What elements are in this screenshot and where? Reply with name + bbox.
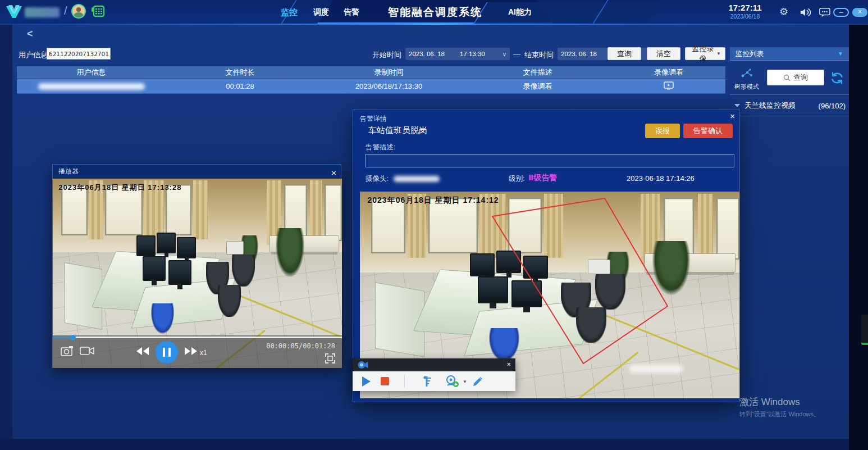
alarm-desc-label: 告警描述:	[366, 143, 395, 152]
right-edge-strip	[849, 25, 868, 450]
alarm-desc-input[interactable]	[366, 154, 734, 167]
record-type-value: 监控录像	[689, 44, 716, 64]
redacted-user-info	[38, 83, 145, 90]
cell-duration: 00:01:28	[166, 82, 314, 90]
col-duration: 文件时长	[166, 67, 314, 78]
brand-logo-icon	[6, 4, 22, 19]
snapshot-camera-icon[interactable]	[61, 346, 74, 357]
pencil-edit-icon[interactable]	[472, 375, 484, 388]
chevron-down-icon: ∨	[502, 51, 506, 57]
search-icon	[783, 74, 791, 81]
clock-time: 17:27:11	[723, 3, 767, 12]
rewind-icon[interactable]	[136, 347, 149, 356]
player-controls-bar: x1 00:00:05/00:01:28	[53, 335, 342, 368]
end-time-label: 结束时间	[524, 50, 554, 60]
clock-date: 2023/06/18	[723, 13, 767, 20]
search-button[interactable]: 查询	[607, 47, 641, 60]
settings-gear-icon[interactable]: ⚙	[779, 6, 788, 18]
player-close-icon[interactable]: ×	[331, 166, 336, 180]
tree-mode-label: 树形模式	[731, 83, 762, 91]
tab-monitor[interactable]: 监控	[281, 7, 298, 18]
webcam-dropdown-arrow-icon[interactable]: ▼	[463, 379, 467, 384]
tab-dispatch[interactable]: 调度	[313, 7, 329, 17]
cell-record-time: 2023/06/18/17:13:30	[314, 82, 463, 90]
alarm-info-row: 摄像头: 级别: Ⅱ级告警 2023-06-18 17:14:26	[353, 174, 739, 185]
record-stop-button[interactable]	[381, 377, 389, 385]
clear-button[interactable]: 清空	[647, 47, 680, 60]
monitor-list-header[interactable]: 监控列表 ▼	[730, 47, 849, 61]
record-play-button[interactable]	[362, 376, 371, 387]
end-date-value: 2023. 06. 18	[561, 51, 597, 57]
bottom-edge-strip	[0, 439, 849, 450]
player-osd-timestamp: 2023年06月18日 星期日 17:13:28	[58, 183, 181, 193]
alarm-dialog-close-icon[interactable]: ×	[730, 111, 735, 121]
player-title: 播放器	[58, 167, 79, 175]
back-button[interactable]: <	[27, 28, 33, 40]
redacted-camera-name	[394, 176, 440, 182]
pause-button[interactable]	[156, 341, 178, 363]
message-bubble-icon[interactable]	[819, 7, 831, 18]
progress-handle[interactable]	[70, 335, 76, 340]
refresh-icon[interactable]	[830, 71, 844, 85]
alarm-dialog-title: 告警详情	[360, 114, 387, 124]
top-header-bar: / 监控 调度 告警 智能融合调度系统 AI能力 17:27:11 2023/0…	[0, 0, 868, 25]
progress-bar[interactable]	[53, 337, 342, 338]
redacted-video-label	[629, 365, 683, 373]
dropdown-arrow-icon: ▼	[716, 51, 721, 56]
level-label: 级别:	[509, 174, 524, 184]
user-avatar[interactable]	[71, 4, 86, 19]
softphone-icon[interactable]	[90, 4, 106, 18]
camera-app-icon	[357, 361, 368, 369]
record-video-icon[interactable]	[80, 346, 94, 356]
brand-logo-text-blur	[25, 7, 60, 17]
player-window: 播放器 ×	[52, 164, 341, 368]
logo-divider: /	[64, 4, 67, 17]
playback-monitor-icon[interactable]	[664, 81, 674, 90]
player-video-area: 2023年06月18日 星期日 17:13:28	[53, 179, 342, 368]
camera-label: 摄像头:	[366, 174, 389, 184]
header-clock: 17:27:11 2023/06/18	[723, 3, 767, 20]
fullscreen-icon[interactable]	[325, 353, 335, 363]
start-time-picker[interactable]: 2023. 06. 18 17:13:30 ∨	[405, 48, 510, 60]
record-toolbar-close-icon[interactable]: ×	[506, 360, 511, 369]
tree-item-count: (96/102)	[819, 102, 846, 110]
user-info-label: 用户信息	[19, 50, 48, 60]
record-type-select[interactable]: 监控录像 ▼	[685, 47, 725, 60]
table-row[interactable]: 00:01:28 2023/06/18/17:13:30 录像调看	[17, 79, 725, 94]
sidebar-search-button[interactable]: 查询	[767, 70, 824, 85]
alarm-event-name: 车站值班员脱岗	[368, 125, 427, 136]
false-report-button[interactable]: 误报	[645, 124, 680, 138]
start-date-value: 2023. 06. 18	[409, 51, 445, 57]
start-time-value: 17:13:30	[460, 51, 485, 57]
dropdown-arrow-icon: ▼	[838, 47, 843, 61]
cell-file-desc: 录像调看	[463, 81, 612, 92]
record-toolbar-titlebar[interactable]: ×	[353, 358, 515, 371]
app-root: / 监控 调度 告警 智能融合调度系统 AI能力 17:27:11 2023/0…	[0, 0, 868, 450]
toolbar-divider	[404, 375, 405, 388]
app-title: 智能融合调度系统	[348, 5, 522, 20]
results-table-header: 用户信息 文件时长 录制时间 文件描述 录像调看	[17, 66, 725, 79]
player-titlebar[interactable]: 播放器 ×	[53, 165, 341, 179]
alarm-level-value: Ⅱ级告警	[528, 173, 557, 183]
window-minimize-button[interactable]: –	[833, 8, 849, 17]
collapse-caret-icon[interactable]	[734, 104, 740, 107]
volume-icon[interactable]	[800, 7, 812, 18]
window-close-button[interactable]: ×	[852, 8, 867, 17]
start-time-label: 开始时间	[372, 50, 401, 60]
tree-mode-icon	[740, 67, 753, 79]
user-info-input[interactable]	[47, 48, 111, 60]
alarm-time: 2023-06-18 17:14:26	[627, 174, 695, 183]
playback-timecode: 00:00:05/00:01:28	[266, 342, 335, 350]
taskbar-peek-item[interactable]	[861, 315, 868, 345]
col-record-time: 录制时间	[314, 67, 463, 78]
webcam-add-icon[interactable]	[445, 375, 459, 388]
tag-tool-icon[interactable]	[422, 375, 435, 388]
alarm-confirm-button[interactable]: 告警确认	[683, 124, 733, 138]
playback-speed-label[interactable]: x1	[200, 349, 207, 357]
tree-item-line[interactable]: 天兰线监控视频 (96/102)	[730, 98, 849, 113]
fast-forward-icon[interactable]	[184, 347, 198, 356]
sidebar-search-label: 查询	[793, 72, 808, 83]
tree-mode-toggle[interactable]: 树形模式	[731, 67, 762, 91]
tab-ai[interactable]: AI能力	[508, 7, 532, 17]
record-toolbar-body: ▼	[353, 371, 515, 391]
